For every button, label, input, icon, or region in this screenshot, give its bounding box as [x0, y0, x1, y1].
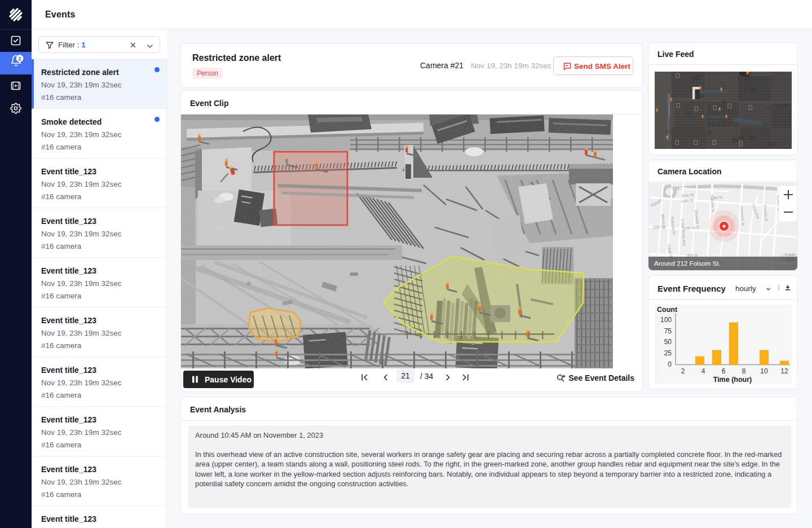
- svg-text:8: 8: [742, 367, 746, 375]
- svg-text:2: 2: [18, 56, 21, 61]
- svg-text:Count: Count: [657, 306, 678, 314]
- svg-text:0: 0: [668, 360, 672, 368]
- svg-text:2: 2: [681, 367, 685, 375]
- svg-text:25: 25: [664, 349, 672, 357]
- svg-text:10: 10: [760, 367, 768, 375]
- svg-text:75: 75: [664, 327, 672, 335]
- svg-text:12: 12: [780, 367, 788, 375]
- svg-text:Erie St: Erie St: [682, 193, 694, 197]
- svg-text:Frankl: Frankl: [785, 253, 796, 257]
- svg-text:Time (hour): Time (hour): [713, 376, 752, 384]
- svg-text:50: 50: [664, 338, 672, 346]
- svg-text:Around 212 Folsom St.: Around 212 Folsom St.: [654, 260, 721, 267]
- svg-text:4: 4: [701, 367, 705, 375]
- svg-text:6: 6: [722, 367, 726, 375]
- svg-text:100: 100: [660, 316, 672, 324]
